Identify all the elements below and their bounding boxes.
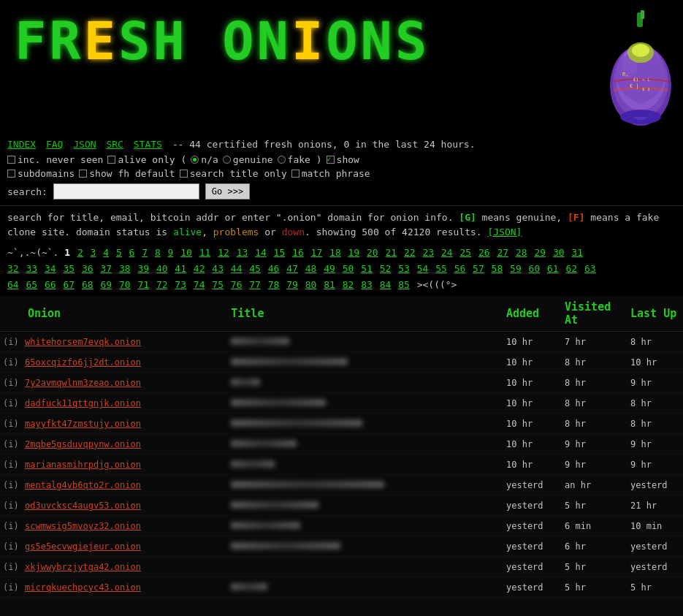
match-phrase-checkbox[interactable] bbox=[291, 170, 299, 178]
nav-src[interactable]: SRC bbox=[106, 139, 123, 150]
page-50[interactable]: 50 bbox=[343, 263, 354, 274]
page-68[interactable]: 68 bbox=[82, 279, 94, 290]
page-28[interactable]: 28 bbox=[516, 247, 527, 258]
page-9[interactable]: 9 bbox=[168, 247, 174, 258]
onion-link[interactable]: mentalg4vb6qto2r.onion bbox=[25, 480, 141, 490]
page-78[interactable]: 78 bbox=[268, 279, 280, 290]
page-62[interactable]: 62 bbox=[566, 263, 578, 274]
option-alive-only[interactable]: alive only ( bbox=[107, 154, 186, 165]
page-15[interactable]: 15 bbox=[274, 247, 286, 258]
page-66[interactable]: 66 bbox=[45, 279, 56, 290]
alive-only-checkbox[interactable] bbox=[107, 156, 115, 164]
page-71[interactable]: 71 bbox=[137, 279, 149, 290]
option-subdomains[interactable]: subdomains bbox=[7, 168, 75, 179]
page-60[interactable]: 60 bbox=[529, 263, 541, 274]
page-4[interactable]: 4 bbox=[103, 247, 109, 258]
page-13[interactable]: 13 bbox=[237, 247, 248, 258]
row-info-link[interactable]: (i) bbox=[0, 393, 22, 414]
onion-link[interactable]: whitehorsem7evqk.onion bbox=[25, 337, 141, 347]
onion-link[interactable]: gs5e5ecvwgiejeur.onion bbox=[25, 541, 141, 552]
option-genuine[interactable]: genuine bbox=[223, 154, 273, 165]
nav-faq[interactable]: FAQ bbox=[46, 139, 63, 150]
page-61[interactable]: 61 bbox=[547, 263, 559, 274]
page-41[interactable]: 41 bbox=[175, 263, 186, 274]
page-11[interactable]: 11 bbox=[199, 247, 211, 258]
page-48[interactable]: 48 bbox=[305, 263, 317, 274]
show-checkbox[interactable] bbox=[327, 156, 335, 164]
genuine-radio[interactable] bbox=[223, 156, 231, 164]
option-show-fh[interactable]: show fh default bbox=[79, 168, 175, 179]
show-fh-checkbox[interactable] bbox=[79, 170, 87, 178]
page-18[interactable]: 18 bbox=[329, 247, 341, 258]
subdomains-checkbox[interactable] bbox=[7, 170, 15, 178]
page-35[interactable]: 35 bbox=[63, 263, 75, 274]
onion-link[interactable]: dadfuck11qttgnjk.onion bbox=[25, 398, 141, 408]
page-52[interactable]: 52 bbox=[380, 263, 392, 274]
page-7[interactable]: 7 bbox=[142, 247, 148, 258]
page-33[interactable]: 33 bbox=[26, 263, 37, 274]
page-30[interactable]: 30 bbox=[553, 247, 565, 258]
page-24[interactable]: 24 bbox=[441, 247, 453, 258]
page-44[interactable]: 44 bbox=[231, 263, 243, 274]
page-16[interactable]: 16 bbox=[292, 247, 304, 258]
page-55[interactable]: 55 bbox=[435, 263, 447, 274]
search-input[interactable] bbox=[53, 183, 199, 199]
page-82[interactable]: 82 bbox=[343, 279, 354, 290]
page-23[interactable]: 23 bbox=[422, 247, 434, 258]
page-63[interactable]: 63 bbox=[584, 263, 596, 274]
page-8[interactable]: 8 bbox=[155, 247, 161, 258]
row-info-link[interactable]: (i) bbox=[0, 352, 22, 373]
page-10[interactable]: 10 bbox=[180, 247, 192, 258]
page-57[interactable]: 57 bbox=[473, 263, 484, 274]
nav-index[interactable]: INDEX bbox=[7, 139, 36, 150]
row-info-link[interactable]: (i) bbox=[0, 495, 22, 516]
page-19[interactable]: 19 bbox=[348, 247, 360, 258]
onion-link[interactable]: micrqkuechpcyc43.onion bbox=[25, 582, 141, 593]
page-22[interactable]: 22 bbox=[404, 247, 416, 258]
page-21[interactable]: 21 bbox=[386, 247, 397, 258]
page-42[interactable]: 42 bbox=[194, 263, 205, 274]
option-match-phrase[interactable]: match phrase bbox=[291, 168, 370, 179]
page-58[interactable]: 58 bbox=[492, 263, 503, 274]
onion-link[interactable]: 7y2avmqwlnm3zeao.onion bbox=[25, 378, 141, 388]
nav-json[interactable]: JSON bbox=[73, 139, 96, 150]
page-80[interactable]: 80 bbox=[305, 279, 317, 290]
onion-link[interactable]: 65oxcqizfo6jj2dt.onion bbox=[25, 357, 141, 368]
page-77[interactable]: 77 bbox=[249, 279, 261, 290]
page-49[interactable]: 49 bbox=[324, 263, 335, 274]
row-info-link[interactable]: (i) bbox=[0, 434, 22, 455]
page-6[interactable]: 6 bbox=[129, 247, 135, 258]
page-43[interactable]: 43 bbox=[212, 263, 224, 274]
page-51[interactable]: 51 bbox=[361, 263, 373, 274]
row-info-link[interactable]: (i) bbox=[0, 373, 22, 393]
option-show[interactable]: show bbox=[327, 154, 359, 165]
fake-radio[interactable] bbox=[278, 156, 286, 164]
page-46[interactable]: 46 bbox=[268, 263, 280, 274]
page-67[interactable]: 67 bbox=[63, 279, 75, 290]
search-title-checkbox[interactable] bbox=[180, 170, 188, 178]
page-38[interactable]: 38 bbox=[119, 263, 131, 274]
page-12[interactable]: 12 bbox=[218, 247, 229, 258]
json-results-link[interactable]: [JSON] bbox=[487, 227, 522, 237]
page-70[interactable]: 70 bbox=[119, 279, 131, 290]
page-26[interactable]: 26 bbox=[478, 247, 490, 258]
nav-stats[interactable]: STATS bbox=[134, 139, 162, 150]
onion-link[interactable]: od3uvcksc4augv53.onion bbox=[25, 501, 141, 511]
row-info-link[interactable]: (i) bbox=[0, 577, 22, 598]
page-31[interactable]: 31 bbox=[571, 247, 583, 258]
page-17[interactable]: 17 bbox=[311, 247, 323, 258]
page-27[interactable]: 27 bbox=[497, 247, 508, 258]
page-83[interactable]: 83 bbox=[361, 279, 373, 290]
page-59[interactable]: 59 bbox=[510, 263, 522, 274]
page-64[interactable]: 64 bbox=[7, 279, 19, 290]
page-73[interactable]: 73 bbox=[175, 279, 186, 290]
page-85[interactable]: 85 bbox=[398, 279, 410, 290]
page-5[interactable]: 5 bbox=[116, 247, 122, 258]
page-37[interactable]: 37 bbox=[100, 263, 112, 274]
row-info-link[interactable]: (i) bbox=[0, 475, 22, 495]
page-84[interactable]: 84 bbox=[380, 279, 392, 290]
page-75[interactable]: 75 bbox=[212, 279, 224, 290]
page-14[interactable]: 14 bbox=[255, 247, 267, 258]
page-69[interactable]: 69 bbox=[100, 279, 112, 290]
page-40[interactable]: 40 bbox=[156, 263, 168, 274]
